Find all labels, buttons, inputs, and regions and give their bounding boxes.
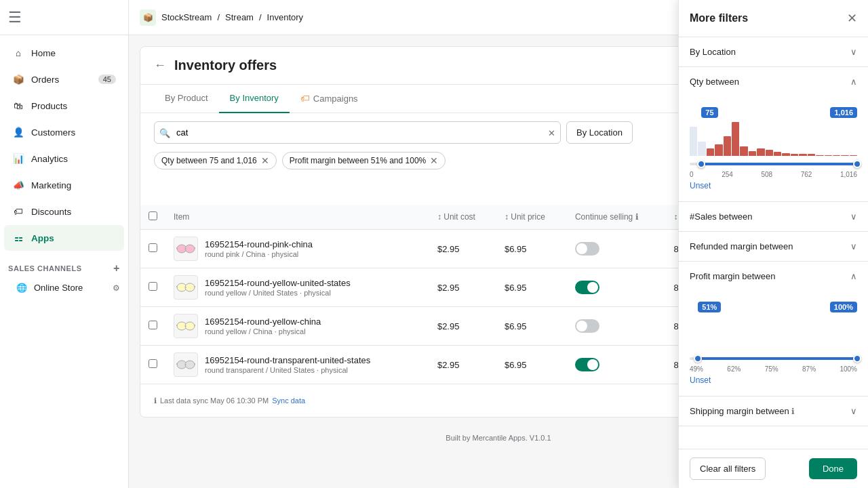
sidebar-item-label: Marketing <box>31 180 71 190</box>
svg-point-6 <box>185 283 195 291</box>
store-icon: 🌐 <box>16 283 27 293</box>
unit-price: $6.95 <box>496 268 567 307</box>
filter-section-qty-title: Qty between <box>690 77 739 87</box>
chevron-down-icon-location: ∨ <box>850 47 857 57</box>
sidebar: ☰ ⌂ Home 📦 Orders 45 🛍 Products 👤 Custom… <box>0 0 129 488</box>
row-checkbox[interactable] <box>149 243 157 252</box>
sidebar-item-customers[interactable]: 👤 Customers <box>4 119 124 145</box>
chip-profit-close[interactable]: ✕ <box>430 155 438 166</box>
col-continue-selling: Continue selling ℹ <box>567 205 666 230</box>
filter-section-profit-header[interactable]: Profit margin between ∧ <box>679 262 868 291</box>
sidebar-item-label: Online Store <box>34 283 83 293</box>
histogram-bar <box>833 155 840 156</box>
apps-icon: ⚏ <box>12 232 24 244</box>
filter-section-refunded: Refunded margin between ∨ <box>679 232 868 262</box>
row-checkbox[interactable] <box>149 359 157 368</box>
filter-section-qty-header[interactable]: Qty between ∧ <box>679 67 868 96</box>
qty-range-slider[interactable] <box>690 159 857 169</box>
add-channel-button[interactable]: + <box>113 262 120 274</box>
histogram-bar <box>825 155 832 156</box>
done-button[interactable]: Done <box>809 458 857 479</box>
filter-section-refunded-header[interactable]: Refunded margin between ∨ <box>679 232 868 261</box>
clear-all-filters-button[interactable]: Clear all filters <box>690 458 766 480</box>
histogram-bar <box>799 154 806 156</box>
sidebar-item-apps[interactable]: ⚏ Apps <box>4 225 124 251</box>
continue-selling-toggle[interactable] <box>575 242 599 256</box>
sync-info: ℹ Last data sync May 06 10:30 PM Sync da… <box>154 396 305 405</box>
item-info: 16952154-round-transparent-united-states… <box>205 355 370 374</box>
item-image <box>174 352 198 377</box>
profit-unset-link[interactable]: Unset <box>690 375 857 385</box>
histogram-bar <box>774 152 781 156</box>
item-name: 16952154-round-transparent-united-states <box>205 355 370 365</box>
filter-section-shipping-header[interactable]: Shipping margin between ℹ ∨ <box>679 396 868 426</box>
profit-range-label-left: 51% <box>698 302 721 312</box>
panel-close-button[interactable]: ✕ <box>847 11 857 26</box>
qty-hist-labels: 02545087621,016 <box>690 171 857 178</box>
search-wrap: 🔍 ✕ <box>154 121 561 144</box>
histogram-bar <box>690 127 697 156</box>
item-cell: 16952154-round-yellow-china round yellow… <box>174 314 421 338</box>
filter-section-sales: #Sales between ∨ <box>679 202 868 232</box>
sidebar-item-products[interactable]: 🛍 Products <box>4 93 124 119</box>
sidebar-item-online-store[interactable]: 🌐 Online Store ⚙ <box>0 277 128 298</box>
item-sub: round pink / China · physical <box>205 250 313 258</box>
continue-selling-toggle[interactable] <box>575 358 599 371</box>
store-settings-icon[interactable]: ⚙ <box>113 283 120 293</box>
histogram-bar <box>757 148 764 156</box>
item-image <box>174 237 198 261</box>
products-icon: 🛍 <box>12 100 24 112</box>
item-sub: round transparent / United States · phys… <box>205 366 370 374</box>
item-cell: 16952154-round-transparent-united-states… <box>174 352 421 377</box>
sidebar-item-label: Orders <box>31 75 59 85</box>
filter-section-sales-header[interactable]: #Sales between ∨ <box>679 202 868 231</box>
panel-header: More filters ✕ <box>679 0 868 37</box>
tab-campaigns[interactable]: 🏷 Campaigns <box>290 85 369 113</box>
chip-qty: Qty between 75 and 1,016 ✕ <box>154 152 277 169</box>
filter-section-location-title: By Location <box>690 47 736 57</box>
separator1: / <box>217 12 220 22</box>
tab-by-product[interactable]: By Product <box>154 85 219 113</box>
sidebar-item-home[interactable]: ⌂ Home <box>4 40 124 66</box>
tab-by-inventory[interactable]: By Inventory <box>219 85 290 113</box>
row-checkbox[interactable] <box>149 282 157 291</box>
back-button[interactable]: ← <box>154 58 166 73</box>
chip-qty-label: Qty between 75 and 1,016 <box>161 156 257 165</box>
chevron-down-icon-refunded: ∨ <box>850 241 857 251</box>
continue-selling-toggle[interactable] <box>575 281 599 294</box>
profit-range-label-right: 100% <box>830 302 857 312</box>
clear-search-icon[interactable]: ✕ <box>548 127 555 138</box>
home-icon: ⌂ <box>12 47 24 59</box>
col-unit-price[interactable]: ↕ Unit price <box>496 205 567 230</box>
qty-unset-link[interactable]: Unset <box>690 181 857 190</box>
qty-histogram <box>690 122 857 156</box>
unit-price: $6.95 <box>496 346 567 384</box>
search-input[interactable] <box>154 121 561 144</box>
sidebar-item-discounts[interactable]: 🏷 Discounts <box>4 199 124 224</box>
chevron-down-icon-sales: ∨ <box>850 211 857 222</box>
continue-selling-toggle[interactable] <box>575 319 599 333</box>
profit-range-slider[interactable] <box>690 353 857 364</box>
col-unit-cost[interactable]: ↕ Unit cost <box>429 205 496 230</box>
col-item: Item <box>165 205 429 230</box>
chip-qty-close[interactable]: ✕ <box>261 155 269 166</box>
histogram-bar <box>850 155 857 156</box>
brand: 📦 StockStream / Stream / Inventory <box>140 9 303 26</box>
sidebar-item-orders[interactable]: 📦 Orders 45 <box>4 66 124 92</box>
histogram-bar <box>808 154 815 156</box>
select-all-checkbox[interactable] <box>149 211 157 220</box>
sidebar-item-marketing[interactable]: 📣 Marketing <box>4 172 124 198</box>
item-info: 16952154-round-yellow-china round yellow… <box>205 317 321 336</box>
histogram-bar <box>791 154 798 156</box>
item-cell: 16952154-round-yellow-united-states roun… <box>174 275 421 300</box>
row-checkbox[interactable] <box>149 321 157 329</box>
sidebar-item-analytics[interactable]: 📊 Analytics <box>4 146 124 171</box>
location-filter-button[interactable]: By Location <box>566 121 633 144</box>
filter-section-location-header[interactable]: By Location ∨ <box>679 37 868 66</box>
svg-point-1 <box>185 245 195 253</box>
orders-badge: 45 <box>98 75 116 84</box>
profit-histogram-wrap: 51% 100% 49%62%75%87%100% <box>690 296 857 373</box>
sync-link[interactable]: Sync data <box>272 396 305 405</box>
panel-footer: Clear all filters Done <box>679 449 868 488</box>
histogram-bar <box>732 122 739 156</box>
